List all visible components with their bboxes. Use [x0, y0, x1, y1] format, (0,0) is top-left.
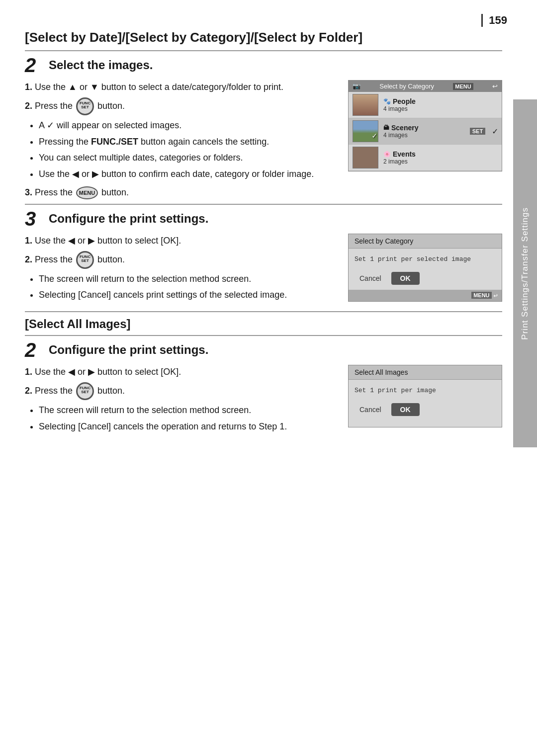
- step3-instruction-2: 2. Press the button.: [25, 251, 338, 269]
- func-set-button2-icon: [76, 251, 94, 269]
- step2-all-bullets: The screen will return to the selection …: [25, 403, 338, 434]
- events-thumb: [353, 147, 378, 168]
- page-container: 159 Print Settings/Transfer Settings [Se…: [0, 0, 537, 756]
- step3-text: 1. Use the ◀ or ▶ button to select [OK].…: [25, 234, 338, 304]
- main-heading: [Select by Date]/[Select by Category]/[S…: [25, 30, 502, 45]
- func-set-button-icon: [76, 97, 94, 115]
- people-count: 4 images: [383, 105, 498, 112]
- select-all-heading: [Select All Images]: [25, 317, 502, 331]
- category-list-screenshot: 📷 Select by Category MENU ↩ 🐾 People: [348, 80, 502, 171]
- cfg-all-title: Select All Images: [349, 365, 502, 380]
- step3-header: 3 Configure the print settings.: [25, 209, 502, 229]
- step2-instruction-2: 2. Press the button.: [25, 97, 338, 115]
- step2-all-section: 2 Configure the print settings. 1. Use t…: [25, 335, 502, 435]
- page-number: 159: [481, 14, 507, 27]
- step2-all-text: 1. Use the ◀ or ▶ button to select [OK].…: [25, 365, 338, 435]
- cfg-all-footer-space: [349, 421, 502, 427]
- scenery-icon: 🏔: [383, 124, 389, 131]
- people-cat-name: 🐾 People: [383, 97, 498, 105]
- arrow-right2-icon: ▶: [88, 236, 95, 246]
- step2-all-title: Configure the print settings.: [49, 340, 208, 357]
- people-thumb: [353, 94, 378, 116]
- step3-bullet-1: The screen will return to the selection …: [39, 272, 338, 286]
- step2-all-number: 2: [25, 340, 43, 360]
- step2-instructions: 1. Use the ▲ or ▼ button to select a dat…: [25, 80, 338, 115]
- func-set-button3-icon: [76, 382, 94, 400]
- cfg-cat-body: Set 1 print per selected image Cancel OK: [349, 249, 502, 290]
- scenery-count: 4 images: [383, 132, 465, 139]
- step2-step3: 3. Press the MENU button.: [25, 185, 338, 200]
- configure-category-screenshot: Select by Category Set 1 print per selec…: [348, 234, 502, 302]
- scenery-thumb: ✓: [353, 120, 378, 142]
- step2-all-bullet-1: The screen will return to the selection …: [39, 403, 338, 418]
- people-icon: 🐾: [383, 98, 391, 105]
- events-label: 🌸 Events 2 images: [383, 150, 498, 165]
- step2-bullet-2: Pressing the FUNC./SET button again canc…: [39, 135, 338, 149]
- people-label: 🐾 People 4 images: [383, 97, 498, 112]
- cfg-all-ok[interactable]: OK: [391, 403, 420, 416]
- step2-section: 2 Select the images. 1. Use the ▲ or ▼ b…: [25, 50, 502, 200]
- step2-title: Select the images.: [49, 55, 153, 72]
- sc-topbar: 📷 Select by Category MENU ↩: [349, 81, 502, 92]
- select-all-divider: [25, 311, 502, 312]
- scenery-label: 🏔 Scenery 4 images: [383, 124, 465, 139]
- arrow-left-icon: ◀: [72, 169, 79, 179]
- cfg-all-subtitle: Set 1 print per image: [355, 387, 496, 394]
- step3-title: Configure the print settings.: [49, 209, 208, 226]
- cfg-cat-title: Select by Category: [349, 234, 502, 249]
- step2-all-bullet-2: Selecting [Cancel] cancels the operation…: [39, 420, 338, 434]
- menu-button-icon: MENU: [76, 186, 98, 199]
- arrow-down-icon: ▼: [90, 82, 99, 92]
- step3-bullet-2: Selecting [Cancel] cancels print setting…: [39, 288, 338, 302]
- arrow-left2-icon: ◀: [68, 236, 75, 246]
- transfer-icon: ↩: [492, 83, 498, 90]
- events-icon: 🌸: [383, 151, 391, 158]
- cfg-menu-tag: MENU: [471, 292, 491, 299]
- step2-content: 1. Use the ▲ or ▼ button to select a dat…: [25, 80, 502, 200]
- set-tag: SET: [470, 128, 485, 135]
- cfg-all-body: Set 1 print per image Cancel OK: [349, 380, 502, 421]
- configure-all-screenshot: Select All Images Set 1 print per image …: [348, 365, 502, 427]
- people-row: 🐾 People 4 images: [349, 92, 502, 118]
- step3-content: 1. Use the ◀ or ▶ button to select [OK].…: [25, 234, 502, 304]
- cfg-cat-footer: MENU ↩: [349, 290, 502, 301]
- sidebar-label: Print Settings/Transfer Settings: [513, 99, 537, 447]
- step2-all-header: 2 Configure the print settings.: [25, 340, 502, 360]
- step2-all-instruction-1: 1. Use the ◀ or ▶ button to select [OK].: [25, 365, 338, 379]
- cfg-cat-buttons: Cancel OK: [355, 272, 496, 285]
- cfg-return-icon: ↩: [494, 291, 498, 300]
- menu-tag: MENU: [453, 83, 473, 90]
- cfg-cat-subtitle: Set 1 print per selected image: [355, 255, 496, 263]
- sc-title: Select by Category: [379, 83, 434, 90]
- step2-number: 2: [25, 55, 43, 75]
- events-cat-name: 🌸 Events: [383, 150, 498, 158]
- step2-bullet-3: You can select multiple dates, categorie…: [39, 151, 338, 165]
- step2-header: 2 Select the images.: [25, 55, 502, 75]
- step2-all-instructions: 1. Use the ◀ or ▶ button to select [OK].…: [25, 365, 338, 400]
- cfg-all-buttons: Cancel OK: [355, 403, 496, 416]
- cfg-cat-cancel[interactable]: Cancel: [355, 272, 386, 284]
- arrow-left3-icon: ◀: [68, 367, 75, 377]
- sidebar-label-text: Print Settings/Transfer Settings: [520, 207, 530, 340]
- step2-bullet-1: A ✓ will appear on selected images.: [39, 118, 338, 133]
- step2-all-content: 1. Use the ◀ or ▶ button to select [OK].…: [25, 365, 502, 435]
- arrow-up-icon: ▲: [68, 82, 77, 92]
- cfg-all-cancel[interactable]: Cancel: [355, 404, 386, 416]
- arrow-right-icon: ▶: [92, 169, 99, 179]
- step2-bullets: A ✓ will appear on selected images. Pres…: [25, 118, 338, 181]
- camera-icon: 📷: [353, 83, 360, 90]
- cfg-cat-ok[interactable]: OK: [391, 272, 420, 285]
- main-content: [Select by Date]/[Select by Category]/[S…: [25, 15, 502, 436]
- scenery-cat-name: 🏔 Scenery: [383, 124, 465, 132]
- step3-instructions: 1. Use the ◀ or ▶ button to select [OK].…: [25, 234, 338, 269]
- step3-instruction-1: 1. Use the ◀ or ▶ button to select [OK].: [25, 234, 338, 248]
- scenery-checkmark: ✓: [372, 131, 377, 141]
- scenery-row: ✓ 🏔 Scenery 4 images SET ✓: [349, 118, 502, 145]
- events-count: 2 images: [383, 158, 498, 165]
- arrow-right3-icon: ▶: [88, 367, 95, 377]
- step2-instruction-1: 1. Use the ▲ or ▼ button to select a dat…: [25, 80, 338, 94]
- set-checkmark: ✓: [492, 126, 498, 137]
- events-row: 🌸 Events 2 images: [349, 145, 502, 171]
- step3-section: 3 Configure the print settings. 1. Use t…: [25, 204, 502, 304]
- step2-bullet-4: Use the ◀ or ▶ button to confirm each da…: [39, 167, 338, 181]
